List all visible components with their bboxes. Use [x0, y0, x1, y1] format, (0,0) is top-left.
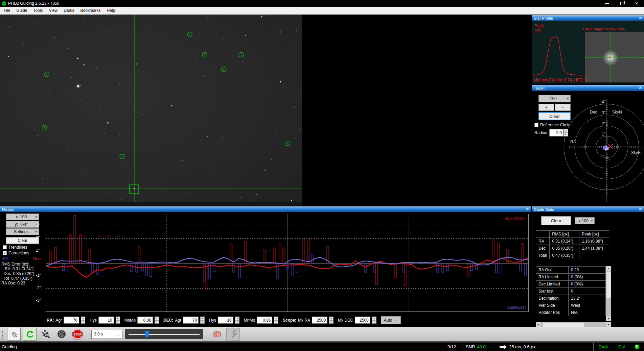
- connect-equipment-button[interactable]: [7, 328, 21, 341]
- menu-tools[interactable]: Tools: [30, 7, 46, 15]
- menu-bookmarks[interactable]: Bookmarks: [77, 7, 104, 15]
- param-value-input[interactable]: 10: [218, 317, 233, 324]
- toolbar-separator: [88, 328, 88, 340]
- scrollbar-thumb[interactable]: [543, 323, 584, 327]
- guide-stats-scale-dropdown[interactable]: x:100▾: [575, 217, 595, 224]
- param-value-input[interactable]: 2500: [355, 317, 370, 324]
- target-panel: Target ✕ 100▾ + - Clear Reference Circle…: [532, 85, 644, 205]
- param-spinner[interactable]: ▲▼: [116, 317, 120, 324]
- camera-settings-button[interactable]: [226, 328, 240, 341]
- toolbar-grip[interactable]: [2, 329, 4, 340]
- spin-down-icon[interactable]: ▼: [564, 133, 568, 136]
- target-zoom-out-button[interactable]: -: [555, 104, 571, 111]
- param-value-input[interactable]: 70: [64, 317, 79, 324]
- status-bar: Guiding 9/12 SNR 43.0 25 ms, 0.6 px Dark…: [0, 342, 644, 351]
- rms-table-header: Peak [px]: [579, 231, 609, 238]
- guide-camera-frame[interactable]: [0, 15, 302, 206]
- status-connection-cell: [630, 343, 644, 351]
- star-profile-close-icon[interactable]: ✕: [639, 16, 642, 20]
- star-marker-icon: [221, 67, 226, 72]
- param-spinner[interactable]: ▲▼: [81, 317, 85, 324]
- dec-mode-dropdown[interactable]: Auto⌄: [381, 316, 401, 324]
- rms-peak-table: RMS [px]Peak [px]RA0.31 (0.24'')1.16 (0.…: [536, 230, 609, 259]
- param-dec-agr: DEC: Agr70▲▼: [163, 317, 205, 324]
- radius-spinner[interactable]: ▲ ▼: [564, 129, 568, 136]
- radius-input[interactable]: 2.0: [549, 129, 564, 136]
- guide-history-graph[interactable]: GuideNorth GuideEast: [46, 214, 529, 312]
- window-titlebar: PHD2 Guiding 2.6.13 - T350 ✕: [0, 0, 644, 7]
- param-value-input[interactable]: 0.36: [137, 317, 153, 324]
- param-spinner[interactable]: ▲▼: [235, 317, 239, 324]
- dec-guide-mode-slider[interactable]: [125, 329, 203, 339]
- star-profile-titlebar: Star Profile ✕: [532, 15, 644, 21]
- guide-stats-titlebar: Guide Stats ✕: [532, 206, 644, 212]
- scroll-right-icon[interactable]: ►: [606, 322, 611, 327]
- stats-horizontal-scrollbar[interactable]: ◄ ►: [536, 322, 611, 327]
- guide-params-row: RA: Agr70▲▼Hys10▲▼MnMo0.36▲▼DEC: Agr70▲▼…: [47, 316, 401, 325]
- scrollbar-thumb[interactable]: [606, 272, 611, 298]
- menu-help[interactable]: Help: [104, 7, 118, 15]
- guide-stats-body: Clear x:100▾ RMS [px]Peak [px]RA0.31 (0.…: [532, 212, 644, 325]
- history-y-scale-dropdown[interactable]: y: +/-4''▾: [6, 221, 39, 228]
- y-axis-tick-label: -2": [36, 285, 46, 290]
- param-spinner[interactable]: ▲▼: [372, 317, 376, 324]
- history-graph-svg: [46, 214, 529, 312]
- param-spinner[interactable]: ▲▼: [274, 317, 278, 324]
- menu-view[interactable]: View: [46, 7, 61, 15]
- param-value-input[interactable]: 10: [98, 317, 114, 324]
- scroll-down-icon[interactable]: ▼: [606, 317, 611, 321]
- corrections-checkbox[interactable]: ✓ Corrections: [3, 251, 29, 255]
- slider-handle[interactable]: [145, 331, 149, 338]
- stop-button[interactable]: STOP: [71, 328, 84, 341]
- param-value-input[interactable]: 0.36: [257, 317, 272, 324]
- closeup-crosshair-h: [585, 57, 644, 58]
- close-button[interactable]: ✕: [629, 0, 644, 7]
- param-value-input[interactable]: 70: [183, 317, 199, 324]
- param-spinner[interactable]: ▲▼: [329, 317, 334, 324]
- y-axis-tick-label: 3": [36, 223, 46, 228]
- param-spinner[interactable]: ▲▼: [200, 317, 205, 324]
- param-value-input[interactable]: 2500: [312, 317, 327, 324]
- history-close-icon[interactable]: ✕: [526, 207, 529, 211]
- target-body: 100▾ + - Clear Reference Circle Radius: …: [532, 91, 644, 205]
- restore-button[interactable]: [614, 0, 629, 7]
- param-scope-mx-ra: Scope: Mx RA2500▲▼: [283, 317, 334, 324]
- trendlines-checkbox[interactable]: Trendlines: [3, 245, 27, 250]
- star-marker-icon: [42, 125, 47, 130]
- status-state: Guiding: [0, 343, 444, 351]
- reference-circle-checkbox[interactable]: Reference Circle: [534, 123, 570, 127]
- fwhm-readout: Mid row FWHM: 3.74, HFD: 3: [534, 78, 587, 82]
- history-panel: History ✕ x: 100▾ y: +/-4''▾ Settings▾ C…: [0, 206, 531, 326]
- target-close-icon[interactable]: ✕: [639, 86, 642, 90]
- target-zoom-in-button[interactable]: +: [538, 104, 554, 111]
- menu-darks[interactable]: Darks: [61, 7, 77, 15]
- target-clear-button[interactable]: Clear: [538, 112, 571, 120]
- scroll-left-icon[interactable]: ◄: [536, 322, 540, 327]
- chevron-down-icon: ▾: [35, 230, 37, 233]
- history-x-scale-dropdown[interactable]: x: 100▾: [6, 214, 39, 220]
- advanced-settings-button[interactable]: [210, 328, 224, 341]
- spin-up-icon[interactable]: ▲: [564, 129, 568, 133]
- status-guide-pulse: 25 ms, 0.6 px: [496, 343, 553, 351]
- guide-stats-close-icon[interactable]: ✕: [639, 207, 642, 211]
- loop-exposures-button[interactable]: [23, 328, 37, 341]
- history-clear-button[interactable]: Clear: [6, 237, 39, 244]
- param-spinner[interactable]: ▲▼: [155, 317, 159, 324]
- minimize-button[interactable]: [599, 0, 614, 7]
- history-settings-dropdown[interactable]: Settings▾: [6, 228, 39, 235]
- history-title: History: [2, 207, 526, 211]
- stats-vertical-scrollbar[interactable]: ▲ ▼: [606, 266, 611, 321]
- scroll-up-icon[interactable]: ▲: [606, 266, 611, 271]
- ring-label: 3": [599, 110, 605, 115]
- target-zoom-dropdown[interactable]: 100▾: [538, 95, 571, 102]
- menu-file[interactable]: File: [1, 7, 13, 15]
- menu-guide[interactable]: Guide: [13, 7, 30, 15]
- star-profile-title: Star Profile: [534, 16, 639, 20]
- auto-select-star-button[interactable]: [39, 328, 52, 341]
- star-closeup-image[interactable]: +: [585, 32, 644, 82]
- loop-arrows-icon: [25, 330, 34, 339]
- star-marker-icon: [239, 52, 244, 57]
- guide-stats-clear-button[interactable]: Clear: [541, 216, 571, 225]
- exposure-select[interactable]: 3.0 s ⌄: [91, 330, 122, 339]
- begin-guiding-button[interactable]: [55, 328, 68, 341]
